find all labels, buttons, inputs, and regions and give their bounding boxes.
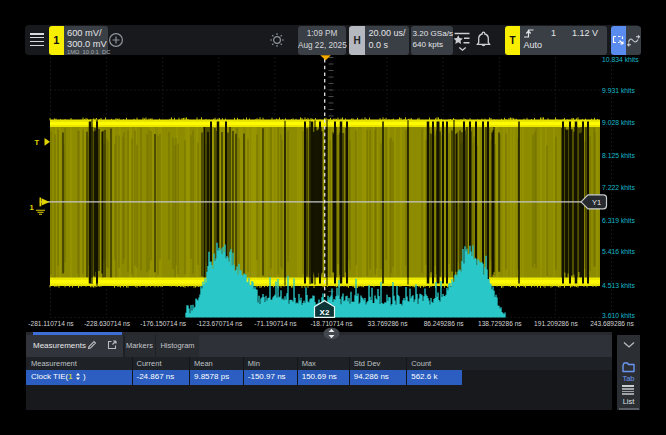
svg-text:1: 1 [30, 203, 34, 212]
svg-text:-281.110714 ns: -281.110714 ns [28, 320, 74, 327]
svg-text:-71.190714 ns: -71.190714 ns [254, 320, 297, 327]
svg-text:6.319 khits: 6.319 khits [602, 217, 635, 224]
svg-text:243.689286 ns: 243.689286 ns [590, 320, 634, 327]
svg-text:T: T [35, 138, 40, 147]
svg-text:-176.150714 ns: -176.150714 ns [140, 320, 187, 327]
svg-text:8.125 khits: 8.125 khits [602, 152, 635, 159]
svg-text:138.729286 ns: 138.729286 ns [478, 320, 522, 327]
svg-text:5.416 khits: 5.416 khits [602, 248, 635, 255]
svg-text:86.249286 ns: 86.249286 ns [424, 320, 465, 327]
svg-text:-228.630714 ns: -228.630714 ns [84, 320, 131, 327]
svg-text:-123.670714 ns: -123.670714 ns [196, 320, 243, 327]
svg-text:9.028 khits: 9.028 khits [602, 119, 635, 126]
svg-text:33.769286 ns: 33.769286 ns [368, 320, 409, 327]
svg-text:9.931 khits: 9.931 khits [602, 87, 635, 94]
svg-text:10.834 khits: 10.834 khits [602, 56, 639, 63]
svg-text:7.222 khits: 7.222 khits [602, 184, 635, 191]
svg-text:3.610 khits: 3.610 khits [602, 312, 635, 319]
svg-text:4.513 khits: 4.513 khits [602, 282, 635, 289]
svg-text:191.209286 ns: 191.209286 ns [534, 320, 578, 327]
svg-text:-18.710714 ns: -18.710714 ns [310, 320, 353, 327]
svg-text:X2: X2 [320, 308, 330, 317]
svg-text:Y1: Y1 [592, 198, 601, 207]
